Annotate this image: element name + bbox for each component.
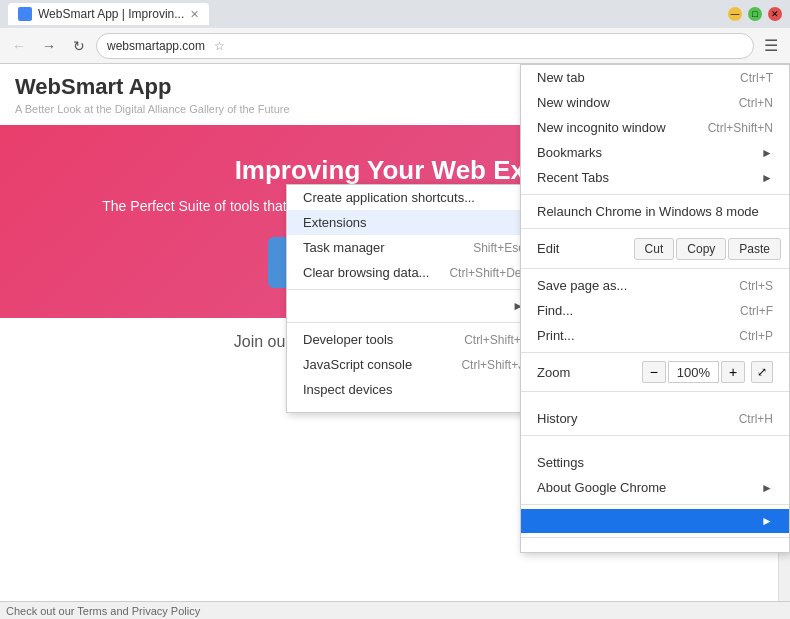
menu-print[interactable]: Print... Ctrl+P — [521, 323, 789, 348]
cut-button[interactable]: Cut — [634, 238, 675, 260]
window-controls: — □ ✕ — [728, 7, 782, 21]
zoom-out-btn[interactable]: − — [642, 361, 666, 383]
address-bar[interactable]: websmartapp.com ☆ — [96, 33, 754, 59]
copy-button[interactable]: Copy — [676, 238, 726, 260]
menu-help[interactable]: About Google Chrome ► — [521, 475, 789, 500]
bookmark-icon[interactable]: ☆ — [211, 38, 227, 54]
submenu-divider-1 — [287, 289, 540, 290]
close-btn[interactable]: ✕ — [768, 7, 782, 21]
browser-frame: WebSmart App | Improvin... ✕ — □ ✕ ← → ↻… — [0, 0, 790, 619]
menu-task-manager[interactable]: Task manager Shift+Esc — [287, 235, 540, 260]
menu-recent-tabs[interactable]: Recent Tabs ► — [521, 165, 789, 190]
menu-exit[interactable] — [521, 542, 789, 552]
browser-tab[interactable]: WebSmart App | Improvin... ✕ — [8, 3, 209, 25]
menu-downloads[interactable]: History Ctrl+H — [521, 406, 789, 431]
menu-new-tab[interactable]: New tab Ctrl+T — [521, 65, 789, 90]
new-tab-label: New tab — [537, 70, 585, 85]
tab-favicon — [18, 7, 32, 21]
menu-save-page[interactable]: Save page as... Ctrl+S — [521, 273, 789, 298]
maximize-btn[interactable]: □ — [748, 7, 762, 21]
recent-tabs-arrow: ► — [761, 171, 773, 185]
tab-title: WebSmart App | Improvin... — [38, 7, 184, 21]
menu-divider-3 — [521, 268, 789, 269]
url-text: websmartapp.com — [107, 39, 205, 53]
menu-divider-5 — [521, 391, 789, 392]
minimize-btn[interactable]: — — [728, 7, 742, 21]
menu-bookmarks[interactable]: Bookmarks ► — [521, 140, 789, 165]
menu-divider-1 — [521, 194, 789, 195]
zoom-value: 100% — [668, 361, 719, 383]
menu-view-source[interactable]: Developer tools Ctrl+Shift+I — [287, 327, 540, 352]
menu-divider-2 — [521, 228, 789, 229]
submenu-divider-2 — [287, 322, 540, 323]
menu-divider-7 — [521, 504, 789, 505]
zoom-controls: − 100% + ⤢ — [642, 361, 773, 383]
menu-encoding[interactable]: ► — [287, 294, 540, 318]
menu-about-chrome[interactable]: Settings — [521, 450, 789, 475]
more-tools-arrow: ► — [761, 514, 773, 528]
zoom-label: Zoom — [537, 365, 638, 380]
status-text: Check out our Terms and Privacy Policy — [6, 605, 200, 617]
zoom-in-btn[interactable]: + — [721, 361, 745, 383]
refresh-btn[interactable]: ↻ — [66, 33, 92, 59]
menu-new-window[interactable]: New window Ctrl+N — [521, 90, 789, 115]
menu-extensions[interactable]: Extensions — [287, 210, 540, 235]
menu-javascript-console[interactable]: Inspect devices — [287, 377, 540, 402]
help-arrow: ► — [761, 481, 773, 495]
status-bar: Check out our Terms and Privacy Policy — [0, 601, 790, 619]
chrome-menu-btn[interactable]: ☰ — [758, 33, 784, 59]
menu-settings[interactable] — [521, 440, 789, 450]
main-context-menu: New tab Ctrl+T New window Ctrl+N New inc… — [520, 64, 790, 553]
edit-row: Edit Cut Copy Paste — [521, 233, 789, 264]
tab-close-btn[interactable]: ✕ — [190, 8, 199, 21]
forward-btn[interactable]: → — [36, 33, 62, 59]
title-bar: WebSmart App | Improvin... ✕ — □ ✕ — [0, 0, 790, 28]
menu-divider-4 — [521, 352, 789, 353]
menu-create-shortcuts[interactable]: Create application shortcuts... — [287, 185, 540, 210]
browser-toolbar: ← → ↻ websmartapp.com ☆ ☰ — [0, 28, 790, 64]
bookmarks-arrow: ► — [761, 146, 773, 160]
more-tools-submenu: Create application shortcuts... Extensio… — [286, 184, 541, 413]
zoom-fullscreen-btn[interactable]: ⤢ — [751, 361, 773, 383]
menu-relaunch-chrome[interactable]: Relaunch Chrome in Windows 8 mode — [521, 199, 789, 224]
address-icons: ☆ — [211, 38, 227, 54]
edit-label: Edit — [529, 237, 632, 260]
menu-divider-6 — [521, 435, 789, 436]
paste-button[interactable]: Paste — [728, 238, 781, 260]
menu-developer-tools[interactable]: JavaScript console Ctrl+Shift+J — [287, 352, 540, 377]
menu-history[interactable] — [521, 396, 789, 406]
new-window-label: New window — [537, 95, 610, 110]
menu-find[interactable]: Find... Ctrl+F — [521, 298, 789, 323]
back-btn[interactable]: ← — [6, 33, 32, 59]
menu-more-tools[interactable]: ► — [521, 509, 789, 533]
menu-new-incognito[interactable]: New incognito window Ctrl+Shift+N — [521, 115, 789, 140]
zoom-row: Zoom − 100% + ⤢ — [521, 357, 789, 387]
menu-inspect-devices[interactable] — [287, 402, 540, 412]
menu-clear-browsing[interactable]: Clear browsing data... Ctrl+Shift+Del — [287, 260, 540, 285]
menu-divider-8 — [521, 537, 789, 538]
